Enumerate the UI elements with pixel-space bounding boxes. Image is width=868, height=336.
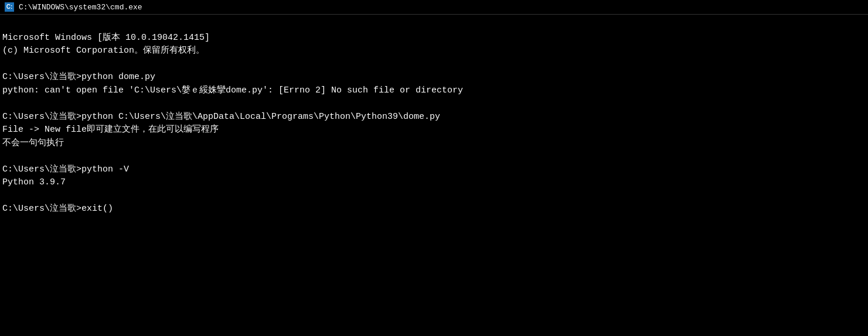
title-bar: C: C:\WINDOWS\system32\cmd.exe xyxy=(0,0,868,15)
cmd-icon: C: xyxy=(5,2,14,12)
terminal-line: Microsoft Windows [版本 10.0.19042.1415] xyxy=(2,32,866,45)
terminal-line: (c) Microsoft Corporation。保留所有权利。 xyxy=(2,44,866,58)
terminal-line xyxy=(2,190,866,203)
terminal-line: Python 3.9.7 xyxy=(2,176,866,190)
title-bar-text: C:\WINDOWS\system32\cmd.exe xyxy=(19,3,142,12)
terminal-line xyxy=(2,150,866,163)
terminal-line: python: can't open file 'C:\Users\媻ｅ綏姝攣d… xyxy=(2,84,866,98)
terminal-line: C:\Users\泣当歌>exit() xyxy=(2,203,866,216)
terminal-line: C:\Users\泣当歌>python C:\Users\泣当歌\AppData… xyxy=(2,111,866,124)
terminal-line: C:\Users\泣当歌>python -V xyxy=(2,163,866,177)
terminal-line: C:\Users\泣当歌>python dome.py xyxy=(2,71,866,84)
terminal-line xyxy=(2,58,866,71)
terminal-body[interactable]: Microsoft Windows [版本 10.0.19042.1415](c… xyxy=(0,15,868,220)
terminal-line: 不会一句句执行 xyxy=(2,137,866,150)
terminal-line xyxy=(2,97,866,111)
terminal-line: File -> New file即可建立文件，在此可以编写程序 xyxy=(2,124,866,137)
